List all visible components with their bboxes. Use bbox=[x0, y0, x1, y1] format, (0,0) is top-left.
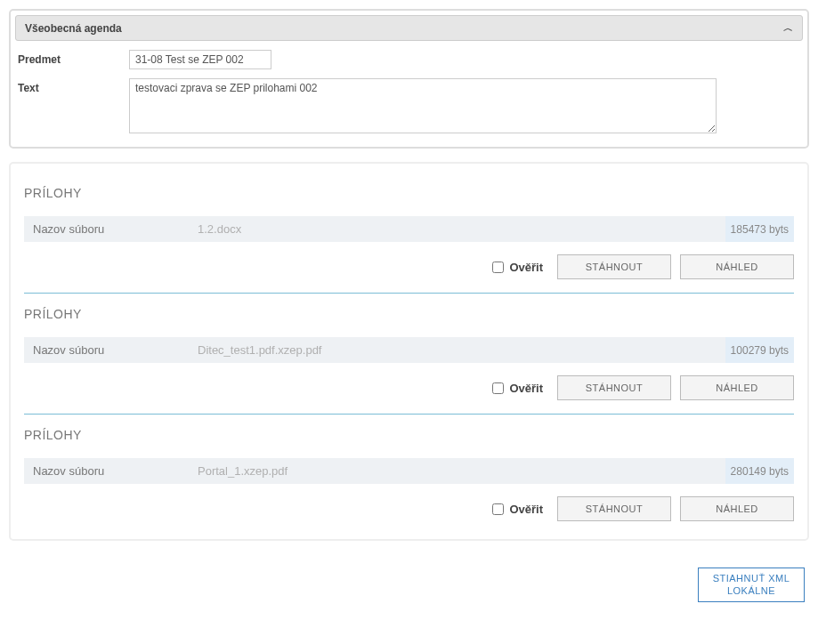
attachment-filename: 1.2.docx bbox=[198, 222, 734, 236]
footer: STIAHNUŤ XML LOKÁLNE bbox=[9, 568, 809, 602]
attachment-filesize: 100279 byts bbox=[725, 337, 794, 363]
download-button[interactable]: STÁHNOUT bbox=[557, 496, 671, 521]
verify-label: Ověřit bbox=[509, 503, 543, 516]
attachment-actions: Ověřit STÁHNOUT NÁHLED bbox=[24, 254, 794, 279]
attachments-title: PRÍLOHY bbox=[24, 428, 794, 442]
collapse-icon[interactable]: ︿ bbox=[783, 21, 793, 35]
verify-label: Ověřit bbox=[509, 261, 543, 274]
download-button[interactable]: STÁHNOUT bbox=[557, 375, 671, 400]
verify-checkbox-wrap[interactable]: Ověřit bbox=[492, 382, 543, 395]
attachment-row-label: Nazov súboru bbox=[33, 464, 198, 478]
download-button[interactable]: STÁHNOUT bbox=[557, 254, 671, 279]
preview-button[interactable]: NÁHLED bbox=[680, 496, 794, 521]
attachment-row: Nazov súboru 1.2.docx 185473 byts bbox=[24, 216, 794, 242]
attachments-panel: PRÍLOHY Nazov súboru 1.2.docx 185473 byt… bbox=[9, 162, 809, 541]
agenda-panel: Všeobecná agenda ︿ Predmet Text bbox=[9, 9, 809, 149]
attachment-filesize: 185473 byts bbox=[725, 216, 794, 242]
attachments-title: PRÍLOHY bbox=[24, 186, 794, 200]
verify-checkbox[interactable] bbox=[492, 262, 504, 273]
predmet-row: Predmet bbox=[15, 50, 803, 69]
attachment-filesize: 280149 byts bbox=[725, 458, 794, 484]
download-xml-button[interactable]: STIAHNUŤ XML LOKÁLNE bbox=[698, 568, 805, 602]
attachment-row: Nazov súboru Ditec_test1.pdf.xzep.pdf 10… bbox=[24, 337, 794, 363]
attachment-filename: Ditec_test1.pdf.xzep.pdf bbox=[198, 343, 734, 357]
verify-checkbox[interactable] bbox=[492, 382, 504, 394]
attachment-section: PRÍLOHY Nazov súboru Ditec_test1.pdf.xze… bbox=[24, 294, 794, 415]
verify-checkbox[interactable] bbox=[492, 503, 504, 515]
attachment-row: Nazov súboru Portal_1.xzep.pdf 280149 by… bbox=[24, 458, 794, 484]
preview-button[interactable]: NÁHLED bbox=[680, 375, 794, 400]
agenda-panel-header[interactable]: Všeobecná agenda ︿ bbox=[15, 15, 803, 41]
verify-checkbox-wrap[interactable]: Ověřit bbox=[492, 503, 543, 516]
attachment-actions: Ověřit STÁHNOUT NÁHLED bbox=[24, 375, 794, 400]
attachment-actions: Ověřit STÁHNOUT NÁHLED bbox=[24, 496, 794, 521]
verify-label: Ověřit bbox=[509, 382, 543, 395]
preview-button[interactable]: NÁHLED bbox=[680, 254, 794, 279]
verify-checkbox-wrap[interactable]: Ověřit bbox=[492, 261, 543, 274]
predmet-label: Predmet bbox=[18, 50, 129, 66]
attachment-section: PRÍLOHY Nazov súboru 1.2.docx 185473 byt… bbox=[24, 173, 794, 294]
attachment-filename: Portal_1.xzep.pdf bbox=[198, 464, 734, 478]
text-row: Text bbox=[15, 78, 803, 133]
agenda-panel-title: Všeobecná agenda bbox=[25, 22, 122, 35]
attachment-row-label: Nazov súboru bbox=[33, 343, 198, 357]
attachment-row-label: Nazov súboru bbox=[33, 222, 198, 236]
attachments-title: PRÍLOHY bbox=[24, 307, 794, 321]
predmet-input[interactable] bbox=[129, 50, 271, 69]
text-label: Text bbox=[18, 78, 129, 94]
attachment-section: PRÍLOHY Nazov súboru Portal_1.xzep.pdf 2… bbox=[24, 415, 794, 526]
text-textarea[interactable] bbox=[129, 78, 717, 133]
